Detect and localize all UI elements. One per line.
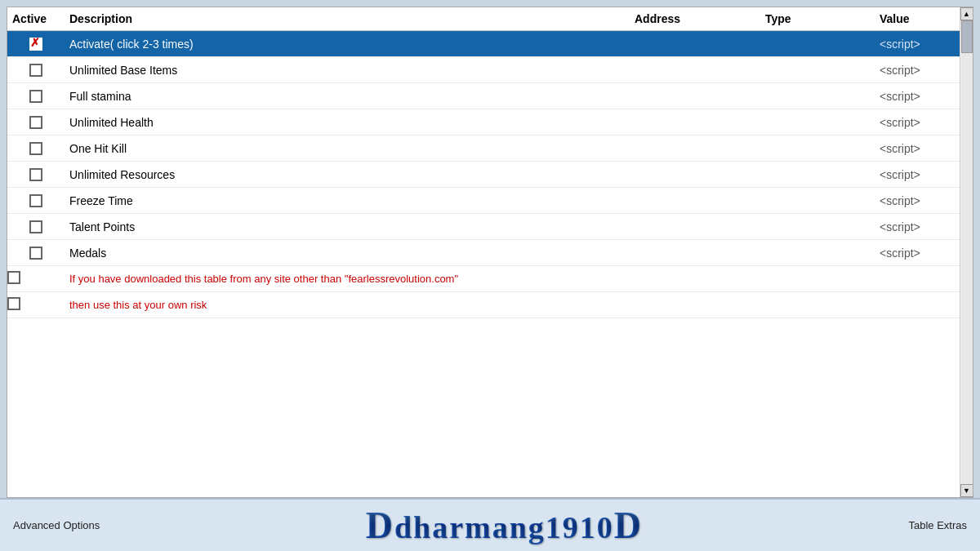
checkbox-unlimited-base-items[interactable]	[29, 64, 42, 77]
type-medals	[760, 250, 875, 256]
col-address: Address	[630, 11, 760, 27]
type-unlimited-resources	[760, 171, 875, 178]
checkbox-activate[interactable]	[29, 38, 42, 51]
description-unlimited-resources: Unlimited Resources	[65, 165, 630, 184]
warning-text-2: then use this at your own risk	[65, 295, 973, 316]
address-activate	[630, 41, 760, 47]
col-active: Active	[7, 11, 65, 27]
scroll-up-button[interactable]: ▲	[960, 7, 973, 20]
value-one-hit-kill: <script>	[875, 139, 973, 158]
value-unlimited-base-items: <script>	[875, 60, 973, 80]
description-talent-points: Talent Points	[65, 217, 630, 237]
table-row[interactable]: Medals<script>	[7, 240, 973, 266]
value-full-stamina: <script>	[875, 87, 973, 106]
logo: Ddharmang1910D	[366, 504, 643, 547]
checkbox-one-hit-kill[interactable]	[29, 142, 42, 155]
address-one-hit-kill	[630, 145, 760, 152]
table-row[interactable]: Full stamina<script>	[7, 83, 973, 109]
table-header: Active Description Address Type Value	[7, 7, 973, 31]
value-talent-points: <script>	[875, 217, 973, 237]
checkbox-warning-1[interactable]	[7, 271, 20, 284]
type-freeze-time	[760, 198, 875, 204]
address-talent-points	[630, 224, 760, 230]
table-row[interactable]: Unlimited Health<script>	[7, 109, 973, 136]
footer: Advanced Options Ddharmang1910D Table Ex…	[0, 498, 980, 551]
type-activate	[760, 41, 875, 47]
advanced-options-link[interactable]: Advanced Options	[13, 519, 100, 531]
type-talent-points	[760, 224, 875, 230]
table-row[interactable]: Freeze Time<script>	[7, 188, 973, 214]
table-row[interactable]: Talent Points<script>	[7, 214, 973, 240]
description-one-hit-kill: One Hit Kill	[65, 139, 630, 158]
warning-row-2: then use this at your own risk	[7, 292, 973, 318]
col-description: Description	[65, 11, 630, 27]
cheat-table: Active Description Address Type Value Ac…	[7, 7, 973, 498]
col-value: Value	[875, 11, 973, 27]
scroll-down-button[interactable]: ▼	[960, 484, 973, 497]
address-unlimited-base-items	[630, 67, 760, 73]
warning-text-1: If you have downloaded this table from a…	[65, 269, 973, 290]
value-unlimited-resources: <script>	[875, 165, 973, 184]
address-unlimited-resources	[630, 171, 760, 178]
table-row[interactable]: One Hit Kill<script>	[7, 136, 973, 162]
value-activate: <script>	[875, 34, 973, 54]
description-activate: Activate( click 2-3 times)	[65, 34, 630, 54]
type-unlimited-health	[760, 119, 875, 126]
address-freeze-time	[630, 198, 760, 204]
address-full-stamina	[630, 93, 760, 100]
scrollbar[interactable]: ▲ ▼	[960, 7, 973, 497]
description-full-stamina: Full stamina	[65, 87, 630, 106]
type-unlimited-base-items	[760, 67, 875, 73]
description-unlimited-health: Unlimited Health	[65, 113, 630, 132]
col-type: Type	[760, 11, 875, 27]
description-freeze-time: Freeze Time	[65, 191, 630, 211]
address-unlimited-health	[630, 119, 760, 126]
value-unlimited-health: <script>	[875, 113, 973, 132]
checkbox-freeze-time[interactable]	[29, 194, 42, 207]
checkbox-full-stamina[interactable]	[29, 90, 42, 103]
checkbox-warning-2[interactable]	[7, 297, 20, 310]
table-extras-link[interactable]: Table Extras	[908, 519, 967, 531]
scroll-track	[961, 20, 973, 484]
table-body: Activate( click 2-3 times)<script>Unlimi…	[7, 31, 973, 497]
description-medals: Medals	[65, 243, 630, 263]
checkbox-unlimited-health[interactable]	[29, 116, 42, 129]
type-full-stamina	[760, 93, 875, 100]
table-row[interactable]: Unlimited Resources<script>	[7, 162, 973, 188]
table-row[interactable]: Activate( click 2-3 times)<script>	[7, 31, 973, 57]
value-freeze-time: <script>	[875, 191, 973, 211]
warning-row-1: If you have downloaded this table from a…	[7, 266, 973, 292]
type-one-hit-kill	[760, 145, 875, 152]
value-medals: <script>	[875, 243, 973, 263]
scroll-thumb[interactable]	[961, 20, 973, 53]
checkbox-medals[interactable]	[29, 247, 42, 260]
address-medals	[630, 250, 760, 256]
description-unlimited-base-items: Unlimited Base Items	[65, 60, 630, 80]
checkbox-unlimited-resources[interactable]	[29, 168, 42, 181]
table-row[interactable]: Unlimited Base Items<script>	[7, 57, 973, 83]
checkbox-talent-points[interactable]	[29, 220, 42, 233]
